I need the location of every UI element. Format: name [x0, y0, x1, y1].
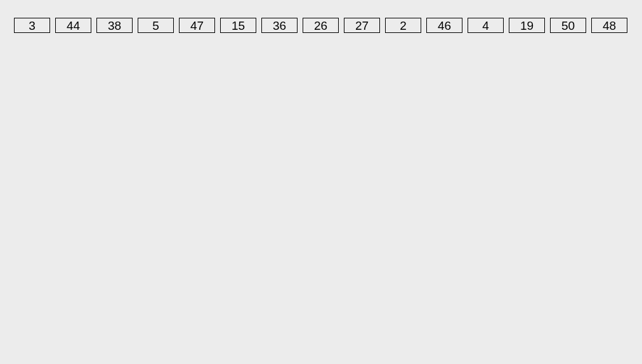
number-box: 47 — [179, 18, 215, 33]
number-value: 15 — [232, 20, 245, 32]
number-value: 26 — [314, 20, 327, 32]
number-value: 38 — [108, 20, 121, 32]
number-box: 50 — [550, 18, 586, 33]
number-box: 3 — [14, 18, 50, 33]
number-value: 44 — [67, 20, 80, 32]
number-box: 15 — [220, 18, 256, 33]
number-box: 27 — [344, 18, 380, 33]
number-value: 4 — [482, 20, 489, 32]
number-box: 36 — [261, 18, 298, 33]
number-box-row: 3 44 38 5 47 15 36 26 27 2 46 4 19 50 48 — [0, 0, 642, 33]
number-box: 5 — [138, 18, 174, 33]
number-box: 26 — [303, 18, 339, 33]
number-box: 2 — [385, 18, 421, 33]
number-box: 38 — [96, 18, 133, 33]
number-value: 50 — [561, 20, 575, 32]
number-value: 46 — [438, 20, 451, 32]
number-value: 47 — [190, 20, 204, 32]
number-value: 48 — [603, 20, 616, 32]
number-box: 44 — [55, 18, 91, 33]
number-value: 2 — [400, 20, 407, 32]
number-box: 19 — [509, 18, 545, 33]
number-box: 4 — [468, 18, 504, 33]
number-value: 3 — [29, 20, 36, 32]
number-value: 27 — [355, 20, 369, 32]
number-value: 36 — [273, 20, 286, 32]
number-box: 48 — [591, 18, 627, 33]
number-value: 19 — [520, 20, 534, 32]
number-box: 46 — [426, 18, 462, 33]
number-value: 5 — [152, 20, 159, 32]
